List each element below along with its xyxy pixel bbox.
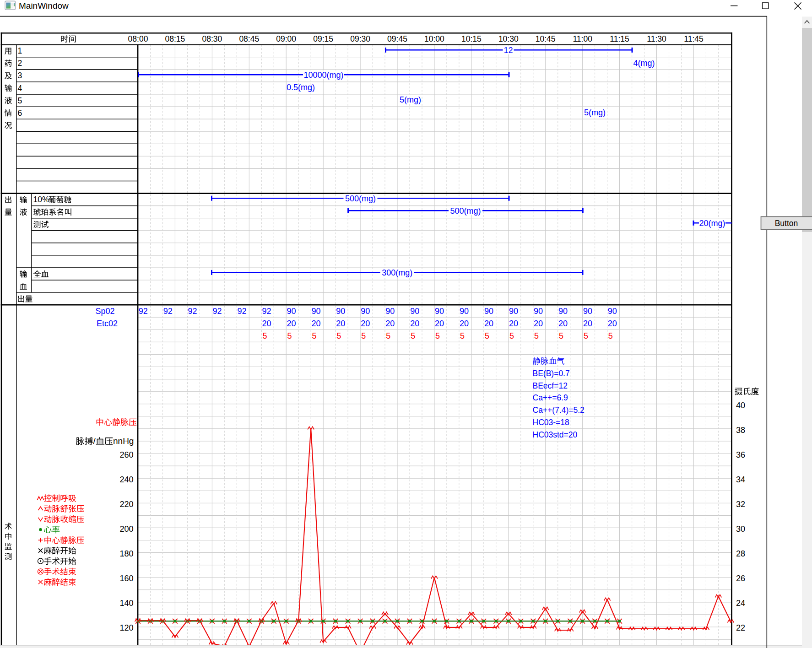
svg-text:20: 20 xyxy=(583,319,592,328)
svg-text:Etc02: Etc02 xyxy=(97,319,118,328)
svg-text:92: 92 xyxy=(213,307,222,316)
svg-text:10%: 10% xyxy=(33,195,49,204)
svg-text:90: 90 xyxy=(460,307,469,316)
svg-text:Button: Button xyxy=(775,219,798,228)
svg-text:90: 90 xyxy=(336,307,345,316)
svg-text:12: 12 xyxy=(503,46,513,55)
svg-text:20: 20 xyxy=(435,319,444,328)
svg-text:5: 5 xyxy=(361,331,366,340)
svg-text:20: 20 xyxy=(534,319,543,328)
svg-text:5: 5 xyxy=(287,331,292,340)
svg-text:BEecf=12: BEecf=12 xyxy=(533,381,568,390)
svg-text:08:00: 08:00 xyxy=(128,34,148,43)
svg-text:90: 90 xyxy=(608,307,617,316)
svg-text:5(mg): 5(mg) xyxy=(400,95,421,104)
svg-text:5: 5 xyxy=(584,331,588,340)
svg-text:5: 5 xyxy=(485,331,489,340)
svg-text:3: 3 xyxy=(18,71,22,80)
svg-text:92: 92 xyxy=(139,307,148,316)
svg-text:5: 5 xyxy=(559,331,563,340)
svg-text:160: 160 xyxy=(119,574,133,583)
svg-text:09:45: 09:45 xyxy=(387,34,407,43)
svg-text:5: 5 xyxy=(608,331,613,340)
svg-text:5: 5 xyxy=(312,331,316,340)
svg-text:10:00: 10:00 xyxy=(424,34,444,43)
svg-text:90: 90 xyxy=(410,307,419,316)
svg-text:4(mg): 4(mg) xyxy=(633,59,655,68)
svg-text:5: 5 xyxy=(336,331,341,340)
svg-text:90: 90 xyxy=(484,307,493,316)
svg-text:5: 5 xyxy=(509,331,514,340)
svg-text:30: 30 xyxy=(736,524,745,534)
svg-text:20: 20 xyxy=(484,319,493,328)
svg-text:11:00: 11:00 xyxy=(573,34,592,43)
svg-text:92: 92 xyxy=(238,307,247,316)
svg-text:MainWindow: MainWindow xyxy=(19,1,69,11)
svg-text:20: 20 xyxy=(509,319,518,328)
svg-text:90: 90 xyxy=(558,307,568,316)
svg-text:Ca++(7.4)=5.2: Ca++(7.4)=5.2 xyxy=(533,405,585,415)
svg-text:5: 5 xyxy=(386,331,390,340)
svg-text:Ca++=6.9: Ca++=6.9 xyxy=(533,393,568,402)
svg-text:20: 20 xyxy=(361,319,370,328)
svg-text:5: 5 xyxy=(263,331,267,340)
svg-text:10:15: 10:15 xyxy=(461,34,482,43)
svg-text:300(mg): 300(mg) xyxy=(382,268,412,277)
svg-text:08:15: 08:15 xyxy=(165,34,185,43)
svg-text:Sp02: Sp02 xyxy=(95,307,114,316)
svg-text:20: 20 xyxy=(385,319,395,328)
svg-text:92: 92 xyxy=(188,307,197,316)
svg-text:4: 4 xyxy=(18,84,22,93)
svg-text:120: 120 xyxy=(119,623,133,632)
svg-text:500(mg): 500(mg) xyxy=(450,206,481,216)
svg-text:5: 5 xyxy=(460,331,465,340)
svg-text:5: 5 xyxy=(411,331,415,340)
svg-text:40: 40 xyxy=(736,401,745,410)
svg-text:90: 90 xyxy=(385,307,395,316)
svg-text:1: 1 xyxy=(18,46,22,55)
svg-text:nnHg: nnHg xyxy=(113,436,134,446)
svg-text:22: 22 xyxy=(736,623,745,632)
svg-text:32: 32 xyxy=(736,500,745,509)
svg-text:90: 90 xyxy=(435,307,444,316)
svg-text:20: 20 xyxy=(460,319,469,328)
svg-text:0.5(mg): 0.5(mg) xyxy=(287,83,315,92)
svg-text:5: 5 xyxy=(18,96,22,105)
svg-text:200: 200 xyxy=(119,524,133,534)
svg-text:90: 90 xyxy=(287,307,296,316)
svg-text:BE(B)=0.7: BE(B)=0.7 xyxy=(533,369,570,378)
svg-text:11:45: 11:45 xyxy=(684,34,704,43)
svg-text:90: 90 xyxy=(311,307,320,316)
svg-text:24: 24 xyxy=(736,599,745,608)
svg-text:09:00: 09:00 xyxy=(276,34,296,43)
svg-text:20: 20 xyxy=(336,319,345,328)
svg-text:20: 20 xyxy=(410,319,419,328)
svg-text:09:15: 09:15 xyxy=(313,34,333,43)
svg-text:240: 240 xyxy=(119,475,133,484)
svg-text:90: 90 xyxy=(509,307,518,316)
svg-text:10:30: 10:30 xyxy=(498,34,519,43)
svg-text:HC03-=18: HC03-=18 xyxy=(533,418,569,427)
svg-text:5: 5 xyxy=(534,331,539,340)
svg-text:92: 92 xyxy=(262,307,271,316)
svg-text:11:15: 11:15 xyxy=(610,34,629,43)
svg-text:10000(mg): 10000(mg) xyxy=(303,70,343,80)
svg-text:2: 2 xyxy=(18,59,22,68)
svg-text:140: 140 xyxy=(119,599,133,608)
svg-text:HC03std=20: HC03std=20 xyxy=(533,430,578,439)
svg-text:09:30: 09:30 xyxy=(350,34,370,43)
svg-text:38: 38 xyxy=(736,426,745,435)
svg-text:20: 20 xyxy=(311,319,320,328)
svg-text:260: 260 xyxy=(119,450,133,459)
svg-text:5(mg): 5(mg) xyxy=(584,108,606,117)
svg-text:20(mg): 20(mg) xyxy=(699,219,725,228)
svg-text:20: 20 xyxy=(287,319,296,328)
svg-text:5: 5 xyxy=(435,331,440,340)
svg-text:90: 90 xyxy=(361,307,370,316)
svg-text:6: 6 xyxy=(18,108,22,118)
svg-text:11:30: 11:30 xyxy=(647,34,666,43)
svg-text:20: 20 xyxy=(608,319,617,328)
svg-text:08:45: 08:45 xyxy=(239,34,259,43)
svg-text:500(mg): 500(mg) xyxy=(345,194,376,203)
svg-text:20: 20 xyxy=(558,319,568,328)
